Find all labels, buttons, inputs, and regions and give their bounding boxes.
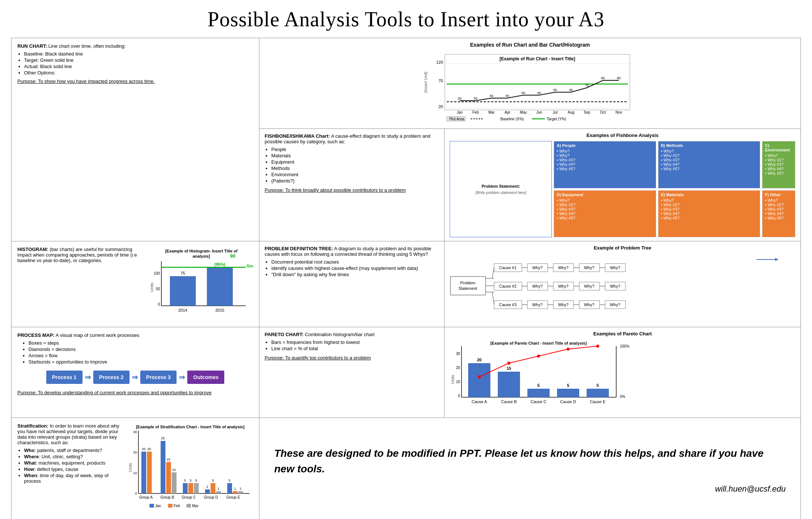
fb-environment: C) Environment • Why?• Why #2?• Why #3?•… — [762, 141, 795, 188]
bar-2015 — [207, 267, 233, 306]
svg-rect-162 — [205, 489, 210, 493]
page: Possible Analysis Tools to Insert into y… — [0, 0, 812, 519]
svg-text:Units: Units — [128, 463, 132, 472]
svg-text:75: 75 — [181, 271, 185, 275]
svg-text:Why?: Why? — [532, 284, 543, 288]
svg-text:5: 5 — [537, 383, 540, 388]
row-4: Stratification: In order to learn more a… — [11, 418, 801, 519]
svg-text:90: 90 — [230, 253, 235, 259]
bottom-email: will.huen@ucsf.edu — [274, 484, 786, 494]
fb-arrow-svg — [756, 256, 779, 263]
svg-text:2014: 2014 — [178, 308, 187, 312]
svg-text:0: 0 — [158, 302, 160, 307]
svg-text:30: 30 — [133, 430, 137, 434]
pareto-svg: [Example of Pareto Chart - Insert Title … — [450, 339, 642, 413]
histogram-section: HISTOGRAM: (bar charts) are useful for s… — [11, 241, 259, 327]
run-chart-section: RUN CHART: Line chart over time, often i… — [11, 38, 259, 241]
svg-text:65: 65 — [553, 88, 557, 92]
svg-text:100: 100 — [154, 271, 160, 275]
svg-text:Feb: Feb — [472, 110, 479, 114]
svg-text:5: 5 — [189, 479, 191, 482]
svg-text:Why?: Why? — [610, 284, 620, 288]
svg-text:Statement: Statement — [459, 286, 477, 291]
svg-text:Group A: Group A — [139, 495, 153, 499]
svg-text:1: 1 — [234, 487, 236, 490]
svg-rect-170 — [233, 491, 238, 493]
svg-text:20: 20 — [439, 104, 443, 109]
histogram-text: HISTOGRAM: (bar charts) are useful for s… — [17, 247, 144, 322]
pareto-chart-area: Examples of Pareto Chart [Example of Par… — [444, 327, 801, 418]
svg-text:Group C: Group C — [182, 495, 196, 499]
svg-rect-123 — [557, 389, 579, 397]
process-map-list: Boxes = steps Diamonds = decisions Arrow… — [28, 340, 253, 365]
svg-text:Group B: Group B — [160, 495, 174, 499]
svg-text:Target (Y%): Target (Y%) — [547, 117, 566, 121]
svg-text:50: 50 — [458, 97, 462, 100]
svg-text:Jul: Jul — [553, 110, 558, 114]
svg-text:30: 30 — [456, 352, 460, 356]
svg-text:Cause #3: Cause #3 — [499, 302, 516, 307]
fishbone-area: FISHBONE/ISHIKAWA Chart: A cause-effect … — [259, 129, 801, 241]
svg-rect-119 — [498, 372, 520, 397]
fb-people: A) People • Why?• Why?• Why #3?• Why #4?… — [554, 141, 656, 188]
svg-text:Cause C: Cause C — [531, 399, 547, 404]
svg-text:10: 10 — [172, 468, 176, 472]
problem-tree-title: Example of Problem Tree — [450, 245, 795, 251]
stratification-text: Stratification: In order to learn more a… — [17, 423, 123, 516]
run-chart-list: Baseline: Black dashed line Target: Gree… — [24, 51, 253, 76]
run-chart-svg-container: [Insert Unit] [Example of Run Chart - In… — [265, 51, 795, 125]
svg-point-133 — [507, 362, 510, 365]
svg-text:20: 20 — [456, 366, 460, 370]
pareto-section: PARETO CHART: Combination histogram/bar … — [259, 327, 801, 418]
svg-text:80: 80 — [601, 76, 605, 80]
svg-rect-152 — [166, 462, 171, 493]
svg-text:[Example of Histogram- Insert : [Example of Histogram- Insert Title of — [165, 249, 238, 253]
svg-text:Mar: Mar — [488, 110, 495, 114]
process-outcomes: Outcomes — [187, 371, 224, 384]
pareto-section-title: Examples of Pareto Chart — [450, 331, 795, 336]
svg-text:Why?: Why? — [532, 265, 543, 270]
svg-text:Why?: Why? — [532, 302, 543, 307]
svg-text:Plot Area: Plot Area — [449, 117, 464, 121]
svg-rect-148 — [147, 452, 152, 493]
process-map-section: PROCESS MAP: A visual map of current wor… — [11, 327, 259, 418]
svg-text:Oct: Oct — [600, 110, 606, 114]
svg-text:Units: Units — [450, 375, 455, 384]
process-map-visual: Process 1 ⇒ Process 2 ⇒ Process 3 ⇒ Outc… — [17, 371, 253, 384]
svg-text:[Example of Stratification Cha: [Example of Stratification Chart - Inser… — [136, 425, 245, 429]
svg-text:Why?: Why? — [610, 265, 620, 270]
process-arrow-3: ⇒ — [179, 373, 185, 382]
svg-text:Why?: Why? — [558, 302, 568, 307]
svg-rect-160 — [194, 483, 199, 493]
svg-rect-164 — [211, 483, 215, 493]
svg-rect-168 — [227, 483, 232, 493]
fb-materials: E) Materials • Why?• Why #2?• Why #3?• W… — [658, 190, 760, 238]
pareto-purpose: Purpose: To quantify top contributors to… — [265, 355, 439, 361]
svg-text:65: 65 — [569, 88, 573, 92]
svg-text:60: 60 — [537, 91, 541, 95]
svg-text:15: 15 — [167, 458, 170, 461]
svg-text:20: 20 — [142, 447, 145, 451]
svg-text:50: 50 — [474, 97, 477, 100]
run-chart-visual-area: Examples of Run Chart and Bar Chart/Hist… — [259, 38, 801, 129]
svg-text:Group D: Group D — [204, 495, 218, 499]
svg-text:Why?: Why? — [558, 284, 568, 288]
svg-rect-154 — [172, 472, 177, 493]
svg-text:0: 0 — [135, 492, 137, 495]
bottom-italic-text: These are designed to be modified in PPT… — [274, 446, 786, 477]
bottom-right-section: These are designed to be modified in PPT… — [259, 418, 801, 519]
svg-rect-166 — [216, 491, 221, 493]
pareto-list: Bars = frequencies from highest to lowes… — [271, 339, 439, 351]
fishbone-diagram: Examples of Fishbone Analysis A) People … — [444, 129, 801, 241]
stratification-section: Stratification: In order to learn more a… — [11, 418, 259, 519]
row-3: PROCESS MAP: A visual map of current wor… — [11, 327, 801, 418]
stratification-list: Who: patients, staff or departments? Whe… — [24, 448, 123, 484]
svg-text:[Example of Pareto Chart - Ins: [Example of Pareto Chart - Insert Title … — [490, 341, 587, 345]
process-step-2: Process 2 — [93, 371, 130, 384]
svg-text:Why?: Why? — [584, 284, 594, 288]
svg-text:Cause #2: Cause #2 — [499, 284, 516, 288]
svg-text:0%: 0% — [620, 395, 625, 399]
svg-text:(95%): (95%) — [214, 262, 225, 267]
svg-text:Aug: Aug — [568, 110, 574, 114]
row-2: HISTOGRAM: (bar charts) are useful for s… — [11, 241, 801, 327]
